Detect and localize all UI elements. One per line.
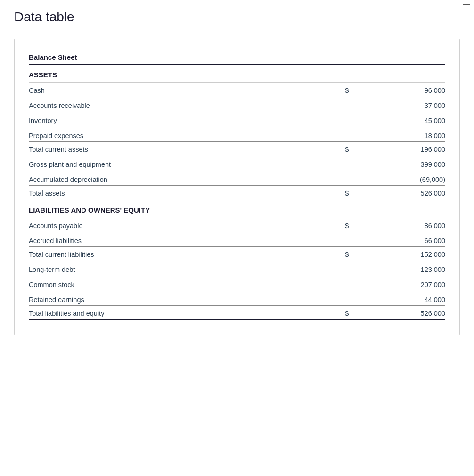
balance-sheet-header-row: Balance Sheet <box>29 49 445 65</box>
amount-cash: 96,000 <box>349 83 445 98</box>
balance-sheet-header: Balance Sheet <box>29 49 445 65</box>
section-header-liabilities-header: LIABILITIES AND OWNERS' EQUITY <box>29 200 445 218</box>
label-inventory: Inventory <box>29 113 314 128</box>
dollar-cash: $ <box>314 83 349 98</box>
label-prepaid-expenses: Prepaid expenses <box>29 128 314 142</box>
row-prepaid-expenses: Prepaid expenses18,000 <box>29 128 445 142</box>
dollar-accrued-liabilities <box>314 233 349 247</box>
dollar-prepaid-expenses <box>314 128 349 142</box>
row-accrued-liabilities: Accrued liabilities66,000 <box>29 233 445 247</box>
dollar-inventory <box>314 113 349 128</box>
dollar-total-current-assets: $ <box>314 142 349 157</box>
row-total-current-assets: Total current assets$196,000 <box>29 142 445 157</box>
amount-prepaid-expenses: 18,000 <box>349 128 445 142</box>
dollar-retained-earnings <box>314 292 349 306</box>
label-total-assets: Total assets <box>29 186 314 200</box>
label-accounts-receivable: Accounts receivable <box>29 98 314 113</box>
row-accounts-receivable: Accounts receivable37,000 <box>29 98 445 113</box>
amount-accrued-liabilities: 66,000 <box>349 233 445 247</box>
section-label-liabilities-header: LIABILITIES AND OWNERS' EQUITY <box>29 200 445 218</box>
dollar-accumulated-depreciation <box>314 172 349 186</box>
row-cash: Cash$96,000 <box>29 83 445 98</box>
dollar-total-current-liabilities: $ <box>314 247 349 263</box>
label-total-current-assets: Total current assets <box>29 142 314 157</box>
row-total-liabilities-equity: Total liabilities and equity$526,000 <box>29 306 445 320</box>
dollar-accounts-payable: $ <box>314 218 349 234</box>
label-accrued-liabilities: Accrued liabilities <box>29 233 314 247</box>
label-accounts-payable: Accounts payable <box>29 218 314 234</box>
label-gross-plant: Gross plant and equipment <box>29 157 314 172</box>
label-retained-earnings: Retained earnings <box>29 292 314 306</box>
amount-total-liabilities-equity: 526,000 <box>349 306 445 320</box>
amount-total-current-assets: 196,000 <box>349 142 445 157</box>
amount-accounts-payable: 86,000 <box>349 218 445 234</box>
amount-inventory: 45,000 <box>349 113 445 128</box>
row-common-stock: Common stock207,000 <box>29 277 445 292</box>
label-total-current-liabilities: Total current liabilities <box>29 247 314 263</box>
dollar-accounts-receivable <box>314 98 349 113</box>
amount-long-term-debt: 123,000 <box>349 262 445 277</box>
row-retained-earnings: Retained earnings44,000 <box>29 292 445 306</box>
amount-gross-plant: 399,000 <box>349 157 445 172</box>
row-gross-plant: Gross plant and equipment399,000 <box>29 157 445 172</box>
section-header-assets-header: ASSETS <box>29 65 445 83</box>
row-accounts-payable: Accounts payable$86,000 <box>29 218 445 234</box>
amount-accounts-receivable: 37,000 <box>349 98 445 113</box>
section-label-assets-header: ASSETS <box>29 65 445 83</box>
label-total-liabilities-equity: Total liabilities and equity <box>29 306 314 320</box>
label-accumulated-depreciation: Accumulated depreciation <box>29 172 314 186</box>
balance-sheet-table: Balance Sheet ASSETSCash$96,000Accounts … <box>29 49 445 320</box>
amount-total-assets: 526,000 <box>349 186 445 200</box>
dollar-total-assets: $ <box>314 186 349 200</box>
row-accumulated-depreciation: Accumulated depreciation(69,000) <box>29 172 445 186</box>
page-title: Data table <box>14 9 460 25</box>
row-inventory: Inventory45,000 <box>29 113 445 128</box>
row-total-current-liabilities: Total current liabilities$152,000 <box>29 247 445 263</box>
amount-retained-earnings: 44,000 <box>349 292 445 306</box>
amount-common-stock: 207,000 <box>349 277 445 292</box>
dollar-total-liabilities-equity: $ <box>314 306 349 320</box>
label-long-term-debt: Long-term debt <box>29 262 314 277</box>
row-total-assets: Total assets$526,000 <box>29 186 445 200</box>
label-cash: Cash <box>29 83 314 98</box>
dollar-common-stock <box>314 277 349 292</box>
row-long-term-debt: Long-term debt123,000 <box>29 262 445 277</box>
minimize-button[interactable] <box>463 4 470 5</box>
label-common-stock: Common stock <box>29 277 314 292</box>
amount-accumulated-depreciation: (69,000) <box>349 172 445 186</box>
amount-total-current-liabilities: 152,000 <box>349 247 445 263</box>
dollar-gross-plant <box>314 157 349 172</box>
dollar-long-term-debt <box>314 262 349 277</box>
table-container: Balance Sheet ASSETSCash$96,000Accounts … <box>14 39 460 335</box>
